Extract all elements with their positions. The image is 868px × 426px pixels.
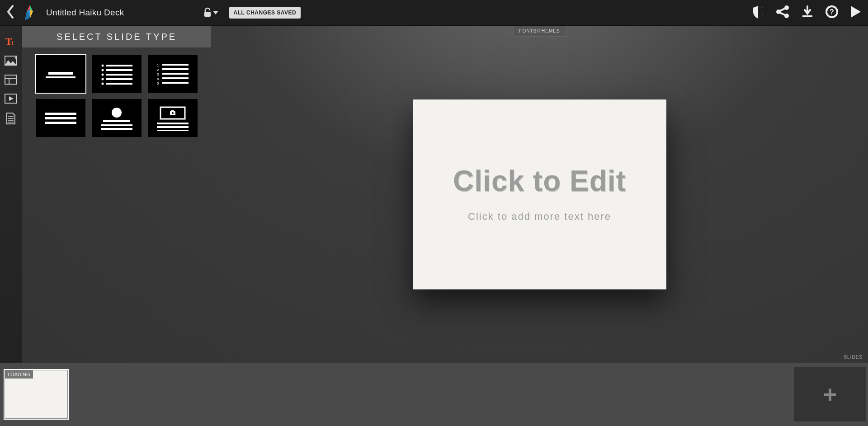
image-icon: ✦ [5, 56, 17, 66]
play-icon [850, 5, 862, 19]
topbar-actions: ? [752, 5, 862, 20]
svg-rect-63 [157, 123, 189, 124]
text-icon: T t [5, 36, 17, 47]
rail-notes-tool[interactable] [5, 113, 16, 124]
svg-rect-47 [162, 73, 189, 75]
canvas-area: FONTS/THEMES Click to Edit Click to add … [211, 26, 868, 363]
slide-type-panel: SELECT SLIDE TYPE [22, 26, 211, 363]
shield-icon [752, 5, 764, 19]
share-icon [776, 5, 789, 18]
document-icon [5, 113, 16, 124]
svg-rect-52 [45, 113, 76, 115]
svg-marker-25 [9, 96, 14, 101]
privacy-toggle[interactable] [203, 7, 218, 18]
slides-label: SLIDES [844, 355, 863, 360]
svg-text:?: ? [830, 8, 834, 16]
help-icon: ? [826, 5, 838, 18]
left-tool-rail: T t ✦ [0, 26, 22, 363]
svg-rect-12 [802, 15, 812, 17]
svg-text:5: 5 [157, 81, 159, 85]
svg-rect-58 [101, 128, 132, 130]
slide-title-placeholder[interactable]: Click to Edit [453, 166, 626, 195]
rail-chart-tool[interactable] [5, 94, 17, 104]
svg-rect-43 [162, 64, 189, 66]
download-icon [801, 5, 814, 18]
svg-rect-51 [162, 82, 189, 84]
play-button[interactable] [850, 5, 862, 20]
svg-text:1: 1 [157, 63, 159, 67]
slide-type-title-icon [40, 60, 81, 87]
slide-type-photo-caption[interactable] [148, 99, 198, 137]
share-button[interactable] [776, 5, 789, 20]
play-square-icon [5, 94, 17, 104]
svg-rect-21 [5, 75, 17, 84]
svg-marker-15 [851, 6, 861, 18]
thumbnail-loading-badge: LOADING [5, 370, 33, 379]
layout-icon [5, 75, 17, 85]
svg-rect-37 [106, 74, 132, 76]
svg-marker-19 [5, 60, 17, 65]
svg-point-32 [102, 65, 104, 67]
svg-rect-5 [204, 12, 211, 17]
deck-title[interactable]: Untitled Haiku Deck [46, 8, 124, 18]
save-status-badge: ALL CHANGES SAVED [229, 7, 301, 19]
svg-rect-41 [106, 83, 132, 85]
top-bar: Untitled Haiku Deck ALL CHANGES SAVED [0, 0, 868, 26]
shield-button[interactable] [752, 5, 764, 20]
svg-rect-30 [48, 72, 73, 75]
slide-type-bullets[interactable] [92, 55, 142, 93]
svg-text:4: 4 [157, 77, 159, 81]
svg-rect-54 [45, 122, 76, 124]
haiku-deck-logo[interactable] [21, 3, 40, 22]
panel-title: SELECT SLIDE TYPE [22, 26, 211, 47]
svg-point-36 [102, 74, 104, 76]
svg-rect-61 [171, 110, 174, 112]
rail-text-tool[interactable]: T t [5, 36, 17, 47]
svg-point-62 [172, 112, 174, 114]
caret-down-icon [213, 11, 218, 14]
plus-icon: + [823, 381, 837, 408]
svg-rect-45 [162, 68, 189, 70]
slide-type-grid: 1 2 3 4 5 [22, 47, 211, 144]
svg-point-55 [112, 108, 122, 118]
svg-line-11 [780, 13, 785, 15]
slide-thumbnail-1[interactable]: LOADING [5, 370, 68, 419]
chevron-left-icon [6, 5, 14, 19]
svg-line-10 [780, 9, 785, 11]
svg-text:T: T [5, 36, 12, 47]
fonts-themes-tab[interactable]: FONTS/THEMES [513, 26, 566, 37]
svg-rect-31 [46, 76, 75, 78]
add-slide-button[interactable]: + [794, 367, 866, 421]
svg-marker-6 [213, 11, 218, 14]
back-button[interactable] [6, 5, 14, 20]
slide-type-profile[interactable] [92, 99, 142, 137]
svg-rect-33 [106, 65, 132, 66]
slide-type-paragraph-icon [40, 104, 81, 132]
slide-type-photo-icon [152, 104, 193, 132]
download-button[interactable] [801, 5, 814, 20]
svg-text:✦: ✦ [14, 56, 17, 60]
slide-type-bullets-icon [96, 60, 137, 87]
svg-rect-64 [157, 126, 189, 128]
slide-canvas: Click to Edit Click to add more text her… [413, 99, 666, 289]
svg-text:3: 3 [157, 72, 159, 76]
slide-type-profile-icon [96, 104, 137, 132]
svg-point-40 [102, 83, 104, 85]
svg-rect-53 [45, 117, 76, 119]
origami-bird-icon [21, 3, 40, 22]
svg-rect-39 [106, 78, 132, 80]
help-button[interactable]: ? [826, 5, 838, 20]
rail-image-tool[interactable]: ✦ [5, 56, 17, 66]
slide-subtitle-placeholder[interactable]: Click to add more text here [468, 211, 611, 222]
slide-type-title[interactable] [36, 55, 85, 93]
unlock-icon [203, 7, 212, 18]
slide-tray: SLIDES LOADING + [0, 363, 868, 426]
rail-layout-tool[interactable] [5, 75, 17, 85]
slide-type-numbered[interactable]: 1 2 3 4 5 [148, 55, 198, 93]
svg-rect-56 [103, 120, 130, 122]
svg-rect-57 [101, 124, 132, 126]
slide-type-numbered-icon: 1 2 3 4 5 [152, 60, 193, 87]
svg-rect-65 [157, 130, 189, 131]
svg-point-38 [102, 78, 104, 80]
slide-type-paragraph[interactable] [36, 99, 85, 137]
